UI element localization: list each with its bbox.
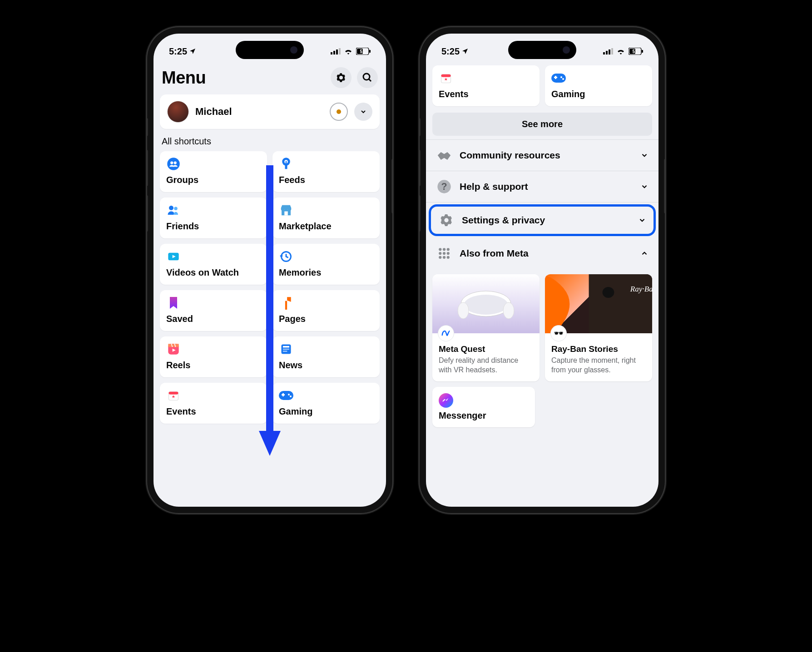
svg-text:51: 51 xyxy=(360,49,365,54)
shortcut-reels[interactable]: Reels xyxy=(160,336,267,377)
shortcut-groups[interactable]: Groups xyxy=(160,151,267,192)
glasses-icon: 🕶️ xyxy=(550,325,567,341)
menu-row-also-meta[interactable]: Also from Meta xyxy=(426,238,659,269)
messenger-icon xyxy=(439,393,453,408)
phone-right: 5:25 51 Events Gaming See more xyxy=(420,27,665,513)
chevron-down-icon xyxy=(640,151,649,159)
svg-rect-58 xyxy=(555,76,556,79)
cellular-icon xyxy=(331,48,341,54)
svg-point-75 xyxy=(503,302,514,319)
news-icon xyxy=(279,342,293,356)
svg-point-71 xyxy=(447,256,450,259)
battery-icon: 51 xyxy=(629,48,643,55)
messenger-label: Messenger xyxy=(439,410,529,421)
svg-marker-44 xyxy=(259,431,281,456)
svg-point-41 xyxy=(288,394,290,395)
svg-rect-27 xyxy=(168,344,178,347)
meta-card-messenger[interactable]: Messenger xyxy=(432,387,535,427)
settings-button[interactable] xyxy=(331,67,352,88)
status-time: 5:25 xyxy=(169,46,187,57)
svg-point-69 xyxy=(439,256,441,259)
handshake-icon xyxy=(436,147,452,163)
svg-rect-34 xyxy=(283,351,287,352)
menu-row-settings-privacy[interactable]: Settings & privacy xyxy=(429,204,656,236)
shortcut-memories[interactable]: Memories xyxy=(272,244,380,285)
svg-rect-76 xyxy=(589,274,652,333)
shortcut-news[interactable]: News xyxy=(272,336,380,377)
menu-row-community[interactable]: Community resources xyxy=(426,140,659,171)
svg-rect-3 xyxy=(339,48,341,54)
svg-point-59 xyxy=(560,76,562,78)
header: Menu xyxy=(153,63,386,94)
svg-rect-15 xyxy=(285,164,287,169)
svg-point-12 xyxy=(170,161,173,164)
meta-card-rayban[interactable]: Ray·Ban 🕶️ Ray-Ban Stories Capture the m… xyxy=(545,274,652,381)
shortcut-events[interactable]: Events xyxy=(432,65,540,106)
svg-point-63 xyxy=(439,248,441,251)
chevron-down-icon xyxy=(360,108,367,115)
meta-card-quest[interactable]: Meta Quest Defy reality and distance wit… xyxy=(432,274,540,381)
svg-point-65 xyxy=(447,248,450,251)
svg-rect-17 xyxy=(286,161,287,163)
reels-icon xyxy=(166,342,181,356)
shortcut-marketplace[interactable]: Marketplace xyxy=(272,198,380,238)
groups-icon xyxy=(166,157,181,171)
shortcut-events[interactable]: Events xyxy=(160,383,267,424)
svg-point-42 xyxy=(290,395,292,397)
svg-rect-54 xyxy=(441,74,451,77)
profile-switch-button[interactable] xyxy=(354,103,372,121)
saved-icon xyxy=(166,296,181,310)
svg-point-66 xyxy=(439,252,441,255)
svg-rect-38 xyxy=(279,391,293,400)
svg-point-19 xyxy=(174,207,178,211)
svg-text:Ray·Ban: Ray·Ban xyxy=(630,285,652,293)
shortcut-gaming[interactable]: Gaming xyxy=(272,383,380,424)
svg-point-77 xyxy=(603,287,614,298)
svg-text:?: ? xyxy=(441,181,447,192)
svg-point-73 xyxy=(464,295,508,315)
sync-icon[interactable] xyxy=(330,103,348,121)
meta-card-title: Meta Quest xyxy=(439,344,533,354)
help-icon: ? xyxy=(436,178,452,195)
dynamic-island xyxy=(236,41,304,59)
shortcut-videos[interactable]: Videos on Watch xyxy=(160,244,267,285)
location-icon xyxy=(189,48,196,55)
section-label: All shortcuts xyxy=(153,129,386,151)
profile-name: Michael xyxy=(195,106,323,118)
shortcut-feeds[interactable]: Feeds xyxy=(272,151,380,192)
shortcut-pages[interactable]: Pages xyxy=(272,290,380,331)
events-icon xyxy=(439,71,453,85)
shortcut-grid: Groups Feeds Friends Marketplace Videos … xyxy=(153,151,386,424)
menu-row-help[interactable]: ? Help & support xyxy=(426,171,659,203)
wifi-icon xyxy=(616,48,625,54)
svg-rect-6 xyxy=(369,50,371,53)
cellular-icon xyxy=(603,48,613,54)
profile-card[interactable]: Michael xyxy=(160,94,380,129)
svg-point-18 xyxy=(169,206,173,210)
gaming-icon xyxy=(551,71,566,85)
svg-text:51: 51 xyxy=(632,49,638,54)
location-icon xyxy=(461,48,469,55)
svg-rect-2 xyxy=(336,49,338,54)
meta-card-desc: Defy reality and distance with VR headse… xyxy=(439,356,533,375)
svg-point-74 xyxy=(458,302,469,319)
shortcut-friends[interactable]: Friends xyxy=(160,198,267,238)
svg-rect-51 xyxy=(642,50,643,53)
events-icon xyxy=(166,388,181,403)
avatar xyxy=(167,101,189,123)
page-title: Menu xyxy=(162,68,206,88)
svg-rect-56 xyxy=(551,74,566,83)
chevron-down-icon xyxy=(638,216,646,224)
svg-point-64 xyxy=(443,248,446,251)
see-more-button[interactable]: See more xyxy=(432,113,652,136)
svg-rect-36 xyxy=(169,392,178,395)
svg-point-60 xyxy=(562,78,564,80)
shortcut-saved[interactable]: Saved xyxy=(160,290,267,331)
svg-point-70 xyxy=(443,256,446,259)
rayban-image: Ray·Ban 🕶️ xyxy=(545,274,652,333)
svg-point-8 xyxy=(363,74,370,80)
search-button[interactable] xyxy=(357,67,378,88)
shortcut-gaming[interactable]: Gaming xyxy=(545,65,652,106)
svg-line-9 xyxy=(369,79,371,81)
pages-icon xyxy=(279,296,293,310)
